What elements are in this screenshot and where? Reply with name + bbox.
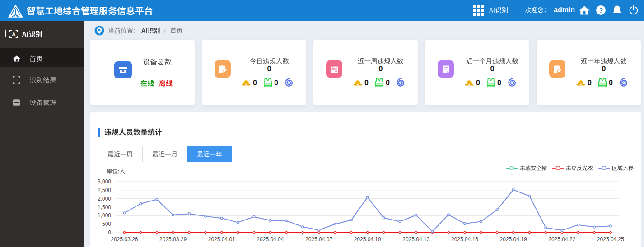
svg-text:A: A — [12, 31, 16, 37]
